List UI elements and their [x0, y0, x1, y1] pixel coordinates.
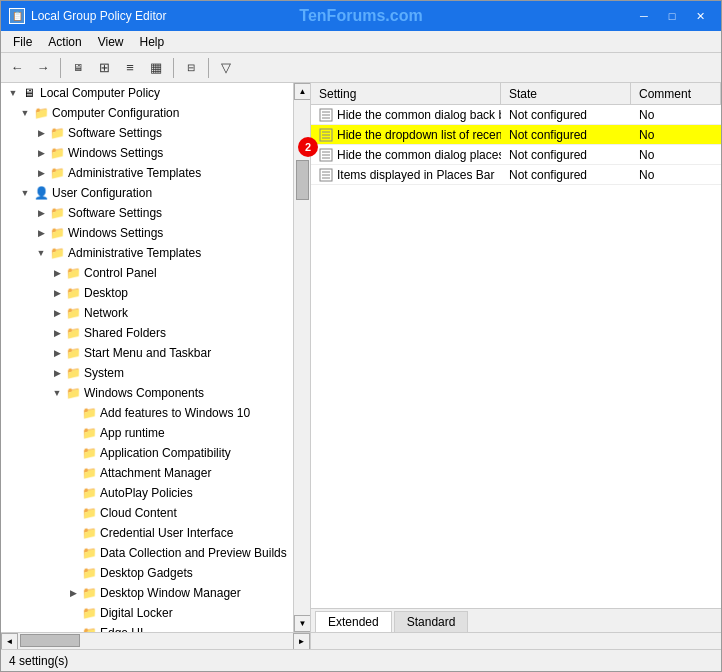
tree-node-cc-software[interactable]: ▶ 📁 Software Settings: [1, 123, 293, 143]
node-label: Computer Configuration: [52, 106, 179, 120]
tree-node-autoplay[interactable]: ▶ 📁 AutoPlay Policies: [1, 483, 293, 503]
left-panel: ▼ 🖥 Local Computer Policy ▼ 📁 Computer C…: [1, 83, 311, 632]
td-setting: Hide the common dialog back button: [311, 105, 501, 124]
folder-icon: 📁: [49, 225, 65, 241]
table-row[interactable]: Hide the common dialog places bar Not co…: [311, 145, 721, 165]
expand-icon: ▶: [49, 345, 65, 361]
tree-node-attachment[interactable]: ▶ 📁 Attachment Manager: [1, 463, 293, 483]
tree-node-data-collection[interactable]: ▶ 📁 Data Collection and Preview Builds: [1, 543, 293, 563]
hscroll-thumb[interactable]: [20, 634, 80, 647]
tree-node-desktop-window[interactable]: ▶ 📁 Desktop Window Manager: [1, 583, 293, 603]
expand-icon: ▼: [49, 385, 65, 401]
tree-node-edge-ui[interactable]: ▶ 📁 Edge UI: [1, 623, 293, 632]
folder-icon: 📁: [49, 205, 65, 221]
tree-node-cloud[interactable]: ▶ 📁 Cloud Content: [1, 503, 293, 523]
toolbar-separator-1: [60, 58, 61, 78]
tree-node-windows-components[interactable]: ▼ 📁 Windows Components: [1, 383, 293, 403]
td-comment: No: [631, 125, 721, 144]
tree-node-start-menu[interactable]: ▶ 📁 Start Menu and Taskbar: [1, 343, 293, 363]
td-setting: Items displayed in Places Bar: [311, 165, 501, 184]
menu-action[interactable]: Action: [40, 33, 89, 51]
menu-view[interactable]: View: [90, 33, 132, 51]
hscroll-right[interactable]: ►: [293, 633, 310, 650]
tree-node-local-computer-policy[interactable]: ▼ 🖥 Local Computer Policy: [1, 83, 293, 103]
title-bar: 📋 Local Group Policy Editor TenForums.co…: [1, 1, 721, 31]
node-label: Digital Locker: [100, 606, 173, 620]
toolbar: ← → 🖥 ⊞ ≡ ▦ ⊟ ▽: [1, 53, 721, 83]
scroll-down-button[interactable]: ▼: [294, 615, 311, 632]
tree-node-control-panel[interactable]: ▶ 📁 Control Panel: [1, 263, 293, 283]
tree-node-uc-admin[interactable]: ▼ 📁 Administrative Templates: [1, 243, 293, 263]
node-label: User Configuration: [52, 186, 152, 200]
tree-node-app-runtime[interactable]: ▶ 📁 App runtime: [1, 423, 293, 443]
tree-node-digital-locker[interactable]: ▶ 📁 Digital Locker: [1, 603, 293, 623]
folder-icon: 📁: [81, 505, 97, 521]
table-row[interactable]: Hide the common dialog back button Not c…: [311, 105, 721, 125]
scroll-thumb[interactable]: [296, 160, 309, 200]
tree-node-cc-windows[interactable]: ▶ 📁 Windows Settings: [1, 143, 293, 163]
tab-extended[interactable]: Extended: [315, 611, 392, 632]
folder-icon: 📁: [65, 345, 81, 361]
th-setting[interactable]: Setting: [311, 83, 501, 104]
tree-node-app-compat[interactable]: ▶ 📁 Application Compatibility: [1, 443, 293, 463]
main-window: 📋 Local Group Policy Editor TenForums.co…: [0, 0, 722, 672]
tab-standard[interactable]: Standard: [394, 611, 469, 632]
tree-node-uc-software[interactable]: ▶ 📁 Software Settings: [1, 203, 293, 223]
back-button[interactable]: ←: [5, 56, 29, 80]
tree-node-system[interactable]: ▶ 📁 System: [1, 363, 293, 383]
collapse-button[interactable]: ⊟: [179, 56, 203, 80]
expand-icon: ▶: [49, 305, 65, 321]
list-button[interactable]: ≡: [118, 56, 142, 80]
expand-icon: ▶: [49, 365, 65, 381]
tree-node-shared[interactable]: ▶ 📁 Shared Folders: [1, 323, 293, 343]
menu-file[interactable]: File: [5, 33, 40, 51]
node-label: Data Collection and Preview Builds: [100, 546, 287, 560]
th-state[interactable]: State: [501, 83, 631, 104]
folder-icon: 📁: [49, 125, 65, 141]
close-button[interactable]: ✕: [687, 6, 713, 26]
folder-icon: 📁: [81, 465, 97, 481]
tree-node-network[interactable]: ▶ 📁 Network: [1, 303, 293, 323]
details-button[interactable]: ▦: [144, 56, 168, 80]
tree-node-user-config[interactable]: ▼ 👤 User Configuration: [1, 183, 293, 203]
badge-2-container: 2: [298, 137, 318, 157]
td-setting: Hide the common dialog places bar: [311, 145, 501, 164]
filter-button[interactable]: ▽: [214, 56, 238, 80]
node-label: Software Settings: [68, 206, 162, 220]
node-label: Shared Folders: [84, 326, 166, 340]
table-row[interactable]: Items displayed in Places Bar Not config…: [311, 165, 721, 185]
toolbar-separator-3: [208, 58, 209, 78]
tree-node-uc-windows[interactable]: ▶ 📁 Windows Settings: [1, 223, 293, 243]
tree-node-credential[interactable]: ▶ 📁 Credential User Interface: [1, 523, 293, 543]
tree-container[interactable]: ▼ 🖥 Local Computer Policy ▼ 📁 Computer C…: [1, 83, 293, 632]
tree-node-add-features[interactable]: ▶ 📁 Add features to Windows 10: [1, 403, 293, 423]
node-label: Software Settings: [68, 126, 162, 140]
table-row-highlighted[interactable]: Hide the dropdown list of recent files N…: [311, 125, 721, 145]
tree-node-computer-config[interactable]: ▼ 📁 Computer Configuration: [1, 103, 293, 123]
maximize-button[interactable]: □: [659, 6, 685, 26]
scroll-up-button[interactable]: ▲: [294, 83, 311, 100]
expand-icon: ▼: [5, 85, 21, 101]
folder-icon: 📁: [33, 105, 49, 121]
hscroll-left[interactable]: ◄: [1, 633, 18, 650]
expand-icon: ▶: [33, 165, 49, 181]
node-label: Windows Settings: [68, 226, 163, 240]
td-setting: Hide the dropdown list of recent files: [311, 125, 501, 144]
menu-bar: File Action View Help: [1, 31, 721, 53]
tree-node-desktop[interactable]: ▶ 📁 Desktop: [1, 283, 293, 303]
tree-node-cc-admin[interactable]: ▶ 📁 Administrative Templates: [1, 163, 293, 183]
node-label: Control Panel: [84, 266, 157, 280]
setting-text: Hide the common dialog back button: [337, 108, 501, 122]
menu-help[interactable]: Help: [132, 33, 173, 51]
left-panel-scrollbar[interactable]: ▲ ▼: [293, 83, 310, 632]
minimize-button[interactable]: ─: [631, 6, 657, 26]
show-hide-button[interactable]: 🖥: [66, 56, 90, 80]
tile-button[interactable]: ⊞: [92, 56, 116, 80]
hscroll-track: [18, 633, 293, 649]
scroll-track[interactable]: [294, 100, 310, 615]
forward-button[interactable]: →: [31, 56, 55, 80]
th-comment[interactable]: Comment: [631, 83, 721, 104]
node-label: Windows Components: [84, 386, 204, 400]
tree-node-desktop-gadgets[interactable]: ▶ 📁 Desktop Gadgets: [1, 563, 293, 583]
status-text: 4 setting(s): [9, 654, 68, 668]
